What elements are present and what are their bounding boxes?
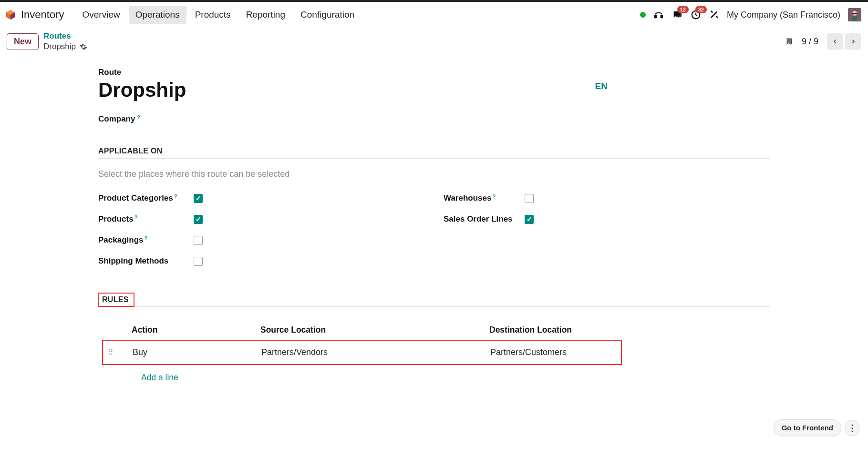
pager-text[interactable]: 9 / 9 <box>802 37 818 47</box>
add-line-button[interactable]: Add a line <box>141 373 178 383</box>
app-logo-icon[interactable] <box>5 9 16 20</box>
svg-rect-9 <box>852 13 857 14</box>
sales-order-lines-checkbox[interactable] <box>525 215 534 224</box>
help-icon[interactable]: ? <box>134 214 138 220</box>
svg-rect-4 <box>661 15 663 18</box>
control-panel: New Routes Dropship 9 / 9 <box>0 28 868 57</box>
bookmark-icon[interactable] <box>785 36 793 47</box>
status-online-icon <box>640 12 646 18</box>
form-sheet: Route Dropship EN Company ? APPLICABLE O… <box>81 57 787 393</box>
translate-button[interactable]: EN <box>595 81 608 91</box>
messages-badge: 12 <box>677 6 689 13</box>
breadcrumb-current: Dropship <box>43 41 76 52</box>
nav-menu: Overview Operations Products Reporting C… <box>76 6 362 24</box>
product-categories-checkbox[interactable] <box>194 194 203 203</box>
applicable-on-section-title: APPLICABLE ON <box>98 147 770 159</box>
rules-header-action: Action <box>132 325 260 335</box>
rules-table: Action Source Location Destination Locat… <box>98 320 770 383</box>
rules-header-source: Source Location <box>260 325 489 335</box>
tools-icon[interactable] <box>709 10 719 20</box>
new-button[interactable]: New <box>7 33 39 50</box>
nav-item-overview[interactable]: Overview <box>76 6 127 24</box>
nav-item-configuration[interactable]: Configuration <box>294 6 361 24</box>
phone-icon[interactable] <box>653 10 664 20</box>
drag-handle-icon[interactable]: ⠿ <box>108 348 133 357</box>
messages-icon[interactable]: 12 <box>672 10 683 20</box>
rules-header-dest: Destination Location <box>489 325 765 335</box>
warehouses-checkbox[interactable] <box>525 194 534 203</box>
packagings-checkbox[interactable] <box>194 236 203 245</box>
help-icon[interactable]: ? <box>145 235 148 241</box>
rule-action-cell[interactable]: Buy <box>133 347 261 357</box>
activity-icon[interactable]: 32 <box>691 10 701 20</box>
breadcrumb-parent[interactable]: Routes <box>43 31 87 41</box>
kebab-icon[interactable]: ⋮ <box>845 420 859 436</box>
shipping-methods-checkbox[interactable] <box>194 257 203 266</box>
applicable-right-col: Warehouses ? Sales Order Lines <box>444 193 770 277</box>
nav-item-operations[interactable]: Operations <box>129 6 186 24</box>
pager-next-button[interactable] <box>845 33 861 50</box>
nav-item-products[interactable]: Products <box>188 6 238 24</box>
product-categories-label: Product Categories <box>98 193 173 203</box>
table-row[interactable]: ⠿ Buy Partners/Vendors Partners/Customer… <box>103 341 621 364</box>
route-name-input[interactable]: Dropship <box>98 79 186 101</box>
app-title[interactable]: Inventory <box>21 9 64 21</box>
help-icon[interactable]: ? <box>137 114 140 120</box>
route-field-label: Route <box>98 68 770 77</box>
gear-icon[interactable] <box>80 43 87 51</box>
packagings-label: Packagings <box>98 235 144 245</box>
svg-rect-3 <box>655 15 657 18</box>
breadcrumb: Routes Dropship <box>43 31 87 52</box>
rule-source-cell[interactable]: Partners/Vendors <box>261 347 490 357</box>
company-switcher[interactable]: My Company (San Francisco) <box>727 10 840 20</box>
warehouses-label: Warehouses <box>444 193 491 203</box>
products-checkbox[interactable] <box>194 215 203 224</box>
sales-order-lines-label: Sales Order Lines <box>444 214 513 224</box>
goto-frontend-button[interactable]: Go to Frontend <box>774 419 841 436</box>
applicable-left-col: Product Categories ? Products ? Packagin… <box>98 193 424 277</box>
user-avatar[interactable] <box>848 8 861 21</box>
nav-item-reporting[interactable]: Reporting <box>239 6 292 24</box>
help-icon[interactable]: ? <box>492 193 496 199</box>
activity-badge: 32 <box>695 6 707 13</box>
rule-dest-cell[interactable]: Partners/Customers <box>490 347 616 357</box>
svg-rect-8 <box>852 16 858 20</box>
products-label: Products <box>98 214 134 224</box>
navbar: Inventory Overview Operations Products R… <box>0 2 868 28</box>
applicable-on-hint: Select the places where this route can b… <box>98 169 770 179</box>
pager-prev-button[interactable] <box>827 33 843 50</box>
shipping-methods-label: Shipping Methods <box>98 256 168 266</box>
company-field-label: Company <box>98 114 135 124</box>
help-icon[interactable]: ? <box>174 193 177 199</box>
rules-section-title: RULES <box>102 295 129 304</box>
